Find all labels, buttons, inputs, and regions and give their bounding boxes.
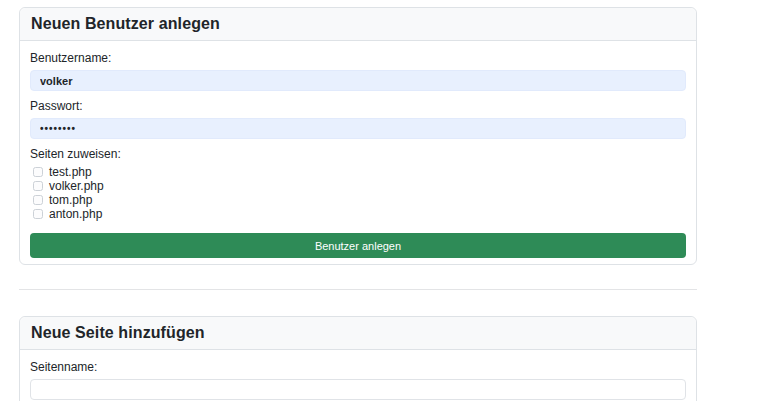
- page-checkbox-label: tom.php: [49, 193, 92, 207]
- page-checkbox-row[interactable]: test.php: [30, 165, 686, 178]
- assign-pages-list: test.php volker.php tom.php anton.php: [30, 165, 686, 220]
- create-user-card-body: Benutzername: Passwort: Seiten zuweisen:…: [20, 41, 696, 264]
- create-user-card-title: Neuen Benutzer anlegen: [20, 8, 696, 41]
- password-input[interactable]: [30, 118, 686, 139]
- add-page-card-title: Neue Seite hinzufügen: [20, 317, 696, 350]
- page-checkbox[interactable]: [33, 209, 43, 219]
- username-input[interactable]: [30, 70, 686, 91]
- page-name-input[interactable]: [30, 379, 686, 400]
- add-page-card-body: Seitenname: Dateipfad:: [20, 350, 696, 401]
- page-checkbox[interactable]: [33, 167, 43, 177]
- page-checkbox-label: test.php: [49, 165, 92, 179]
- username-label: Benutzername:: [30, 51, 686, 65]
- page-checkbox-label: anton.php: [49, 207, 102, 221]
- create-user-card: Neuen Benutzer anlegen Benutzername: Pas…: [19, 7, 697, 265]
- password-label: Passwort:: [30, 99, 686, 113]
- section-divider: [19, 289, 697, 290]
- assign-pages-label: Seiten zuweisen:: [30, 147, 686, 161]
- main-container: Neuen Benutzer anlegen Benutzername: Pas…: [19, 0, 697, 401]
- create-user-button[interactable]: Benutzer anlegen: [30, 233, 686, 258]
- page-checkbox-row[interactable]: anton.php: [30, 207, 686, 220]
- page-checkbox-row[interactable]: tom.php: [30, 193, 686, 206]
- page-checkbox-row[interactable]: volker.php: [30, 179, 686, 192]
- page-checkbox[interactable]: [33, 195, 43, 205]
- page-checkbox-label: volker.php: [49, 179, 104, 193]
- page-name-label: Seitenname:: [30, 360, 686, 374]
- add-page-card: Neue Seite hinzufügen Seitenname: Dateip…: [19, 316, 697, 401]
- page-checkbox[interactable]: [33, 181, 43, 191]
